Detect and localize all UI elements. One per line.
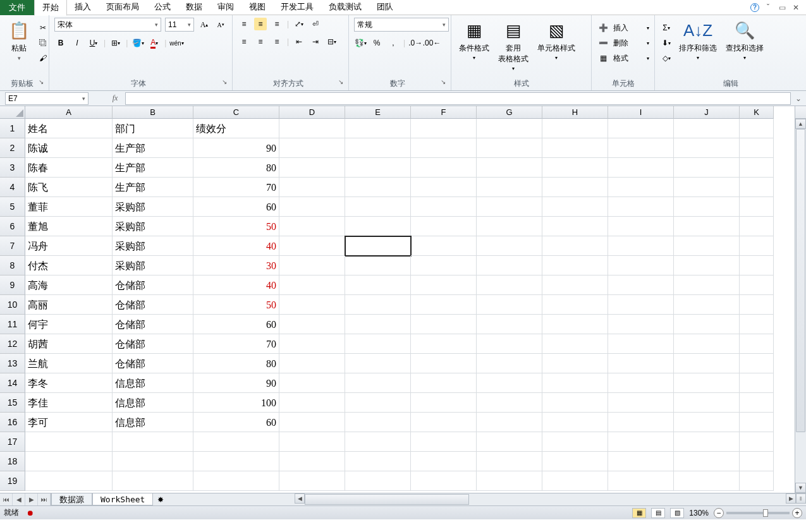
- help-icon[interactable]: ?: [750, 3, 759, 12]
- horizontal-scrollbar[interactable]: ◀ ▶ ⦀: [295, 493, 806, 505]
- align-launcher[interactable]: ↘: [338, 78, 343, 85]
- cell[interactable]: [477, 295, 542, 315]
- cell[interactable]: [477, 393, 542, 413]
- cell[interactable]: 仓储部: [113, 295, 193, 315]
- cell[interactable]: [25, 432, 113, 452]
- cell[interactable]: [345, 471, 411, 491]
- sheet-nav-prev[interactable]: ◀: [13, 493, 25, 505]
- tab-团队[interactable]: 团队: [369, 0, 401, 15]
- cell[interactable]: [477, 256, 542, 275]
- cancel-formula-button[interactable]: [92, 92, 107, 105]
- format-cells-button[interactable]: ▦格式▾: [597, 52, 649, 64]
- hscroll-thumb[interactable]: [305, 494, 469, 505]
- cell[interactable]: [542, 452, 608, 471]
- cell[interactable]: [411, 158, 477, 178]
- cell[interactable]: [608, 334, 674, 354]
- cell[interactable]: [740, 373, 774, 393]
- italic-button[interactable]: I: [71, 37, 83, 49]
- cell[interactable]: 生产部: [113, 158, 193, 178]
- cell[interactable]: 信息部: [113, 393, 193, 413]
- cell[interactable]: [477, 158, 542, 178]
- increase-decimal-button[interactable]: .0→: [409, 37, 422, 49]
- cell[interactable]: [279, 334, 345, 354]
- cell[interactable]: [542, 197, 608, 217]
- cell[interactable]: [477, 413, 542, 432]
- cell[interactable]: [740, 197, 774, 217]
- cell[interactable]: [608, 158, 674, 178]
- cell[interactable]: [345, 158, 411, 178]
- increase-indent-button[interactable]: ⇥: [309, 35, 322, 48]
- cell[interactable]: [279, 158, 345, 178]
- column-header-D[interactable]: D: [279, 106, 345, 119]
- cell[interactable]: 60: [193, 197, 279, 217]
- align-center-button[interactable]: ≡: [254, 35, 267, 48]
- cell[interactable]: [345, 373, 411, 393]
- formula-input[interactable]: [125, 92, 791, 105]
- name-box[interactable]: E7▾: [5, 92, 89, 105]
- cell[interactable]: [345, 413, 411, 432]
- cell[interactable]: [608, 256, 674, 275]
- cell[interactable]: [411, 217, 477, 236]
- row-header[interactable]: 2: [0, 138, 25, 158]
- cell[interactable]: [608, 275, 674, 295]
- cell[interactable]: [345, 217, 411, 236]
- cell[interactable]: 信息部: [113, 373, 193, 393]
- cell[interactable]: [411, 354, 477, 373]
- cell[interactable]: [740, 256, 774, 275]
- cell[interactable]: [411, 236, 477, 256]
- cell[interactable]: [674, 217, 740, 236]
- cell[interactable]: [740, 393, 774, 413]
- cell[interactable]: [542, 158, 608, 178]
- cell[interactable]: [608, 393, 674, 413]
- underline-button[interactable]: U▾: [87, 37, 100, 49]
- cell[interactable]: [411, 197, 477, 217]
- formula-expand-button[interactable]: ⌄: [793, 92, 803, 105]
- cell[interactable]: [345, 334, 411, 354]
- row-header[interactable]: 1: [0, 119, 25, 138]
- cell[interactable]: [740, 315, 774, 334]
- row-header[interactable]: 17: [0, 432, 25, 452]
- cell[interactable]: [542, 315, 608, 334]
- row-header[interactable]: 10: [0, 295, 25, 315]
- cell[interactable]: [608, 354, 674, 373]
- clear-button[interactable]: ◇▾: [660, 52, 673, 64]
- column-header-E[interactable]: E: [345, 106, 411, 119]
- cell[interactable]: [345, 315, 411, 334]
- cell[interactable]: 李佳: [25, 393, 113, 413]
- tab-开发工具[interactable]: 开发工具: [273, 0, 321, 15]
- cell[interactable]: [740, 354, 774, 373]
- insert-cells-button[interactable]: ➕插入▾: [597, 21, 649, 34]
- conditional-format-button[interactable]: ▦条件格式▾: [456, 18, 492, 62]
- worksheet-grid[interactable]: 1姓名部门绩效分2陈诚生产部903陈春生产部804陈飞生产部705董菲采购部60…: [0, 119, 795, 493]
- cell[interactable]: 董旭: [25, 217, 113, 236]
- cell[interactable]: [674, 373, 740, 393]
- cell[interactable]: [608, 119, 674, 138]
- cell[interactable]: [608, 217, 674, 236]
- cell[interactable]: [25, 452, 113, 471]
- cell[interactable]: [477, 354, 542, 373]
- align-middle-button[interactable]: ≡: [254, 18, 267, 30]
- cell[interactable]: 仓储部: [113, 275, 193, 295]
- cell[interactable]: [542, 295, 608, 315]
- cell[interactable]: [674, 197, 740, 217]
- row-header[interactable]: 14: [0, 373, 25, 393]
- cell[interactable]: [542, 236, 608, 256]
- cell[interactable]: [279, 236, 345, 256]
- cell[interactable]: [608, 373, 674, 393]
- cell[interactable]: [608, 138, 674, 158]
- cell[interactable]: [740, 275, 774, 295]
- row-header[interactable]: 11: [0, 315, 25, 334]
- cell[interactable]: [542, 393, 608, 413]
- cell[interactable]: [740, 295, 774, 315]
- cell[interactable]: [411, 413, 477, 432]
- cell[interactable]: [345, 354, 411, 373]
- cell[interactable]: [193, 471, 279, 491]
- hscroll-split[interactable]: ⦀: [796, 493, 806, 504]
- cell[interactable]: [411, 275, 477, 295]
- format-painter-button[interactable]: 🖌: [37, 52, 49, 64]
- cell[interactable]: [740, 334, 774, 354]
- cell[interactable]: 冯舟: [25, 236, 113, 256]
- cell[interactable]: [674, 295, 740, 315]
- cell[interactable]: 绩效分: [193, 119, 279, 138]
- cell[interactable]: 李冬: [25, 373, 113, 393]
